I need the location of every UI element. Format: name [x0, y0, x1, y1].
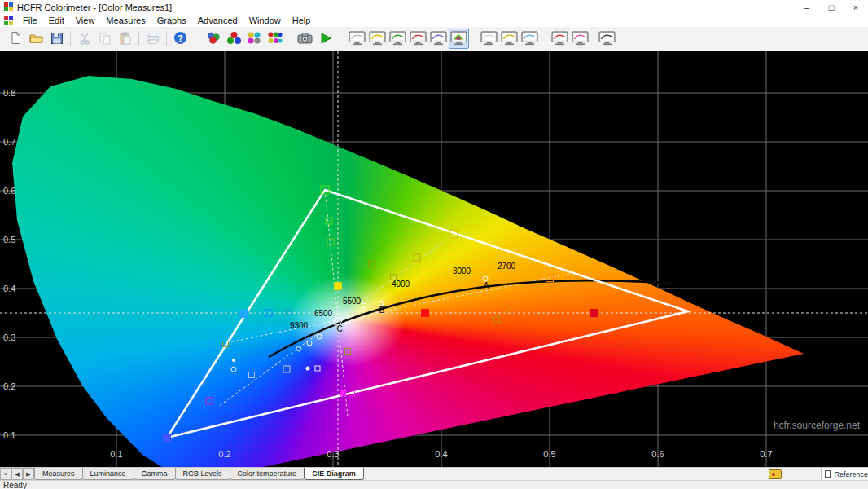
measure-secondaries-button[interactable] — [244, 29, 265, 49]
menu-items: FileEditViewMeasuresGraphsAdvancedWindow… — [17, 15, 316, 26]
toolbar-gap — [469, 38, 479, 39]
tab-measures[interactable]: Measures — [34, 468, 83, 480]
color-balls-icon — [247, 31, 262, 46]
view-luminance-button[interactable] — [367, 29, 388, 49]
toolbar: ? — [0, 27, 868, 51]
document-icon — [4, 16, 13, 25]
cie-diagram-chart[interactable]: 0.10.20.30.40.50.60.70.80.70.60.50.40.30… — [0, 51, 868, 467]
view-measures-grid-button[interactable] — [479, 29, 499, 49]
view-color-temperature-button[interactable] — [428, 29, 449, 49]
app-window: HCFR Colorimeter - [Color Measures1] –□×… — [0, 0, 868, 489]
view-measures-button[interactable] — [347, 29, 367, 49]
temperature-label-6500: 6500 — [314, 309, 332, 318]
measurement-point — [315, 366, 321, 372]
menu-item-help[interactable]: Help — [287, 15, 317, 26]
menu-item-graphs[interactable]: Graphs — [151, 15, 192, 26]
window-controls: –□× — [795, 0, 868, 14]
y-axis-tick-label: 0.8 — [3, 88, 15, 98]
print-button[interactable] — [142, 29, 163, 49]
menu-item-window[interactable]: Window — [243, 15, 287, 26]
view-red-saturation-button[interactable] — [550, 29, 570, 49]
menu-item-view[interactable]: View — [70, 15, 101, 26]
hcfr-palette-icon[interactable] — [769, 469, 782, 479]
menu-bar: FileEditViewMeasuresGraphsAdvancedWindow… — [0, 14, 868, 27]
view-tabs: MeasuresLuminanceGammaRGB LevelsColor te… — [34, 468, 363, 480]
view-full-screen-button[interactable] — [597, 29, 617, 49]
view-gamma-button[interactable] — [388, 29, 408, 49]
reference-checkbox[interactable] — [825, 470, 831, 478]
view-free-measures-button[interactable] — [570, 29, 590, 49]
view-saturation-button[interactable] — [499, 29, 519, 49]
minimize-button[interactable]: – — [795, 0, 819, 14]
measurement-point — [206, 398, 213, 405]
sensor-spheres-icon — [206, 31, 221, 46]
help-button[interactable]: ? — [170, 29, 191, 49]
measurement-point — [344, 348, 351, 355]
measurement-point — [285, 310, 292, 316]
monitor-chart-icon — [369, 31, 386, 47]
maximize-button[interactable]: □ — [819, 0, 844, 14]
reference-label: Reference — [834, 470, 868, 478]
x-axis-tick-label: 0.3 — [327, 449, 339, 459]
tab-scroll-left-button[interactable]: ◀ — [11, 468, 23, 480]
temperature-label-a: A — [484, 281, 489, 290]
save-icon — [50, 32, 64, 46]
view-contrast-button[interactable] — [519, 29, 540, 49]
view-rgb-levels-button[interactable] — [408, 29, 428, 49]
measurement-point — [317, 334, 322, 340]
measurement-markers — [0, 51, 868, 467]
open-folder-icon — [29, 32, 44, 46]
tab-scroll-right-button[interactable]: ▶ — [23, 468, 34, 480]
monitor-chart-icon — [551, 31, 568, 47]
tab-gamma[interactable]: Gamma — [134, 468, 176, 480]
tab-color-temperature[interactable]: Color temperature — [230, 468, 305, 480]
y-axis-tick-label: 0.7 — [3, 137, 15, 147]
measure-all-colors-button[interactable] — [265, 29, 285, 49]
scissors-icon — [78, 32, 91, 46]
tab-nav-buttons: ×◀▶ — [0, 468, 34, 480]
y-axis-tick-label: 0.6 — [3, 186, 15, 196]
tab-luminance[interactable]: Luminance — [82, 468, 134, 480]
measurement-point — [307, 341, 313, 346]
measurement-point — [222, 341, 229, 347]
monitor-chart-icon — [430, 31, 447, 47]
svg-text:?: ? — [178, 33, 183, 43]
new-file-button[interactable] — [6, 29, 26, 49]
view-cie-diagram-button[interactable] — [449, 29, 469, 49]
open-file-button[interactable] — [26, 29, 46, 49]
capture-button[interactable] — [295, 29, 315, 49]
menu-item-advanced[interactable]: Advanced — [192, 15, 243, 26]
status-text: Ready — [3, 481, 27, 489]
toolbar-gap — [540, 38, 550, 39]
measurement-point — [327, 239, 335, 246]
cut-button[interactable] — [74, 29, 94, 49]
x-axis-tick-label: 0.7 — [760, 449, 772, 459]
close-button[interactable]: × — [844, 0, 868, 14]
measurement-point — [321, 186, 330, 195]
tab-close-button[interactable]: × — [0, 468, 11, 480]
paste-button[interactable] — [115, 29, 135, 49]
copy-button[interactable] — [94, 29, 115, 49]
configure-sensor-button[interactable] — [204, 29, 224, 49]
measurement-point — [335, 283, 342, 290]
toolbar-separator — [166, 31, 167, 46]
x-axis-tick-label: 0.6 — [651, 449, 664, 459]
temperature-label-3000: 3000 — [453, 267, 471, 275]
menu-item-edit[interactable]: Edit — [43, 15, 70, 26]
measure-primaries-button[interactable] — [224, 29, 244, 49]
new-document-icon — [9, 31, 23, 46]
monitor-chart-icon — [410, 31, 427, 47]
tab-bar-spacer — [363, 468, 769, 480]
measurement-point — [449, 230, 458, 239]
monitor-chart-icon — [349, 31, 366, 47]
run-measures-button[interactable] — [315, 29, 335, 49]
monitor-chart-icon — [598, 31, 616, 47]
menu-item-measures[interactable]: Measures — [100, 15, 151, 26]
app-logo-icon — [4, 2, 13, 11]
save-button[interactable] — [46, 29, 67, 49]
menu-item-file[interactable]: File — [17, 15, 43, 26]
measurement-point — [334, 317, 340, 323]
tab-rgb-levels[interactable]: RGB Levels — [175, 468, 230, 480]
monitor-chart-icon — [480, 31, 498, 47]
tab-cie-diagram[interactable]: CIE Diagram — [304, 468, 364, 480]
